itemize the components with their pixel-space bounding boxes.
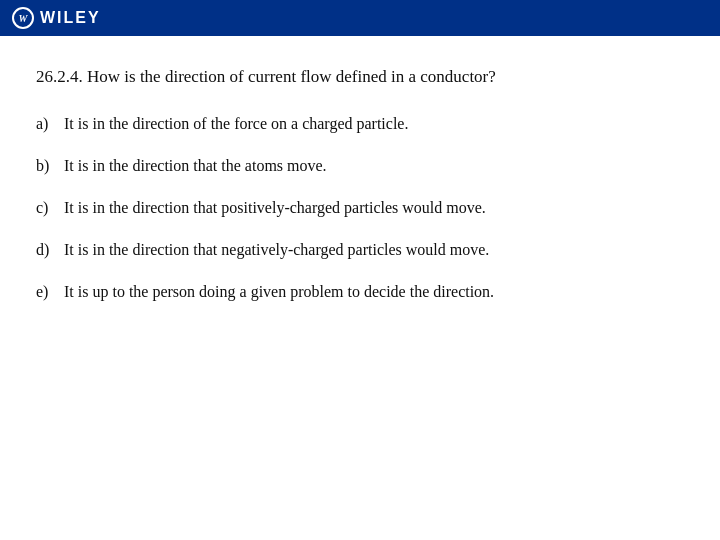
option-text-e: It is up to the person doing a given pro…	[64, 280, 684, 304]
list-item: d) It is in the direction that negativel…	[36, 238, 684, 262]
header-bar: W WILEY	[0, 0, 720, 36]
option-text-c: It is in the direction that positively-c…	[64, 196, 684, 220]
wiley-logo-text: WILEY	[40, 9, 101, 27]
wiley-logo: W WILEY	[12, 7, 101, 29]
option-label-c: c)	[36, 196, 64, 220]
wiley-logo-letter: W	[19, 13, 28, 24]
option-text-a: It is in the direction of the force on a…	[64, 112, 684, 136]
option-label-e: e)	[36, 280, 64, 304]
option-text-d: It is in the direction that negatively-c…	[64, 238, 684, 262]
main-content: 26.2.4. How is the direction of current …	[0, 36, 720, 350]
wiley-logo-circle: W	[12, 7, 34, 29]
list-item: b) It is in the direction that the atoms…	[36, 154, 684, 178]
option-text-b: It is in the direction that the atoms mo…	[64, 154, 684, 178]
list-item: a) It is in the direction of the force o…	[36, 112, 684, 136]
option-label-b: b)	[36, 154, 64, 178]
list-item: c) It is in the direction that positivel…	[36, 196, 684, 220]
option-label-d: d)	[36, 238, 64, 262]
question-title: 26.2.4. How is the direction of current …	[36, 64, 684, 90]
list-item: e) It is up to the person doing a given …	[36, 280, 684, 304]
option-label-a: a)	[36, 112, 64, 136]
